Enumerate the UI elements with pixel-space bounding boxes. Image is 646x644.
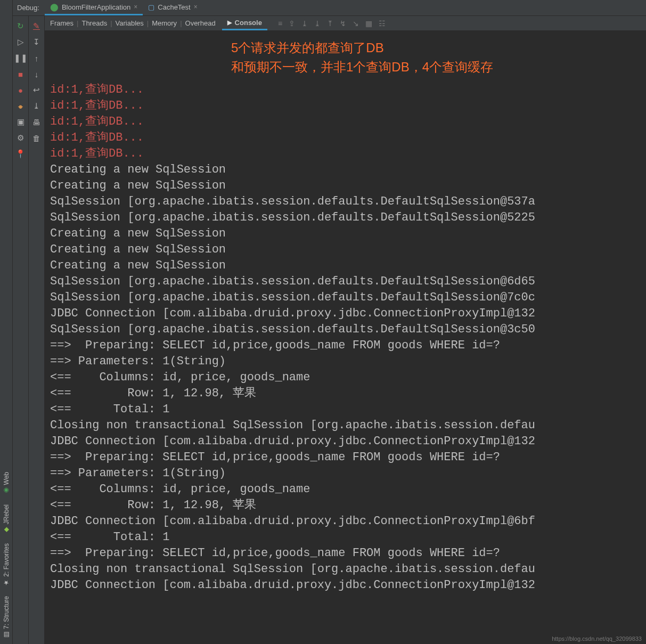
- rerun-icon[interactable]: ↻: [15, 20, 27, 32]
- jrebel-icon: ◆: [3, 526, 10, 534]
- console-line: Creating a new SqlSession: [50, 226, 646, 242]
- run-cursor-icon[interactable]: ↘: [353, 19, 359, 28]
- camera-icon[interactable]: ▣: [15, 116, 27, 128]
- console-tab-label: Console: [235, 19, 262, 27]
- scroll-down-icon[interactable]: ↧: [31, 36, 43, 48]
- more-icon[interactable]: ☷: [379, 19, 386, 28]
- console-line-error: id:1,查询DB...: [50, 130, 646, 146]
- step-over-icon[interactable]: ⇪: [289, 19, 295, 28]
- console-line-error: id:1,查询DB...: [50, 146, 646, 162]
- run-tab-cachetest[interactable]: ▢ CacheTest ×: [143, 0, 202, 15]
- debug-action-gutter: ↻ ▷ ❚❚ ■ ● ● ▣ ⚙ 📍: [13, 16, 29, 644]
- settings-icon[interactable]: ⚙: [15, 132, 27, 144]
- console-line: Creating a new SqlSession: [50, 162, 646, 178]
- crumb-overhead[interactable]: Overhead: [183, 19, 218, 27]
- test-icon: ▢: [148, 3, 154, 11]
- debug-sub-tabs: Frames| Threads| Variables| Memory| Over…: [45, 16, 646, 31]
- console-action-gutter: ✎ ↧ ↑ ↓ ↩ ⤓ 🖶 🗑: [29, 16, 45, 644]
- clear-icon[interactable]: ✎: [31, 20, 43, 32]
- console-line-error: id:1,查询DB...: [50, 114, 646, 130]
- globe-icon: ◉: [3, 487, 10, 495]
- console-line: SqlSession [org.apache.ibatis.session.de…: [50, 194, 646, 210]
- stop-icon[interactable]: ■: [15, 68, 27, 80]
- close-icon[interactable]: ×: [134, 3, 137, 11]
- watermark: https://blog.csdn.net/qq_32099833: [552, 635, 642, 642]
- console-line: <== Columns: id, price, goods_name: [50, 370, 646, 386]
- trash-icon[interactable]: 🗑: [31, 132, 43, 144]
- console-line: SqlSession [org.apache.ibatis.session.de…: [50, 290, 646, 306]
- console-line: JDBC Connection [com.alibaba.druid.proxy…: [50, 434, 646, 450]
- console-line: ==> Parameters: 1(String): [50, 354, 646, 370]
- crumb-threads[interactable]: Threads: [79, 19, 109, 27]
- console-tool-icons: ≡ ⇪ ⤓ ⤓ ⤒ ↯ ↘ ▦ ☷: [278, 19, 386, 28]
- side-tab-jrebel[interactable]: ◆ JRebel: [3, 501, 10, 537]
- force-step-icon[interactable]: ⤓: [314, 19, 321, 28]
- console-line-error: id:1,查询DB...: [50, 82, 646, 98]
- mute-bp-icon[interactable]: ●: [15, 100, 27, 112]
- run-tab-title: CacheTest: [158, 3, 190, 11]
- scroll-end-icon[interactable]: ⤓: [31, 100, 43, 112]
- crumb-frames[interactable]: Frames: [48, 19, 76, 27]
- console-line: Closing non transactional SqlSession [or…: [50, 561, 646, 577]
- console-output[interactable]: 5个请求并发的都查询了DB 和预期不一致，并非1个查询DB，4个查询缓存 id:…: [45, 31, 646, 644]
- console-tab[interactable]: ▶ Console: [222, 16, 267, 30]
- step-into-icon[interactable]: ⤓: [301, 19, 308, 28]
- console-line: Closing non transactional SqlSession [or…: [50, 418, 646, 434]
- soft-wrap-icon[interactable]: ↩: [31, 84, 43, 96]
- structure-icon: ▤: [3, 631, 10, 639]
- bug-icon: ⬤: [50, 3, 59, 11]
- resume-icon[interactable]: ▷: [15, 36, 27, 48]
- side-tab-structure-label: 7: Structure: [3, 596, 10, 629]
- filter-icon[interactable]: ≡: [278, 19, 282, 28]
- pin-icon[interactable]: 📍: [15, 148, 27, 160]
- console-line: Creating a new SqlSession: [50, 178, 646, 194]
- up-icon[interactable]: ↑: [31, 52, 43, 64]
- evaluate-icon[interactable]: ▦: [365, 19, 372, 28]
- run-tab-title: BloomFilterApplication: [62, 3, 130, 11]
- play-icon: ▶: [227, 19, 232, 26]
- console-line: ==> Preparing: SELECT id,price,goods_nam…: [50, 450, 646, 466]
- breakpoints-icon[interactable]: ●: [15, 84, 27, 96]
- console-line: <== Row: 1, 12.98, 苹果: [50, 386, 646, 402]
- console-line: ==> Parameters: 1(String): [50, 466, 646, 482]
- side-tab-structure[interactable]: ▤ 7: Structure: [3, 593, 10, 642]
- console-line: SqlSession [org.apache.ibatis.session.de…: [50, 274, 646, 290]
- crumb-memory[interactable]: Memory: [150, 19, 179, 27]
- print-icon[interactable]: 🖶: [31, 116, 43, 128]
- console-line: <== Row: 1, 12.98, 苹果: [50, 498, 646, 513]
- console-line: ==> Preparing: SELECT id,price,goods_nam…: [50, 338, 646, 354]
- crumb-variables[interactable]: Variables: [113, 19, 146, 27]
- console-line: <== Total: 1: [50, 529, 646, 545]
- drop-frame-icon[interactable]: ↯: [340, 19, 346, 28]
- side-tab-jrebel-label: JRebel: [3, 504, 10, 524]
- close-icon[interactable]: ×: [194, 3, 198, 11]
- star-icon: ★: [3, 579, 10, 586]
- console-line: JDBC Connection [com.alibaba.druid.proxy…: [50, 306, 646, 322]
- debug-label: Debug:: [16, 0, 45, 15]
- console-line: SqlSession [org.apache.ibatis.session.de…: [50, 322, 646, 338]
- down-icon[interactable]: ↓: [31, 68, 43, 80]
- console-line: <== Total: 1: [50, 402, 646, 418]
- side-tab-favorites-label: 2: Favorites: [3, 543, 10, 577]
- console-line: SqlSession [org.apache.ibatis.session.de…: [50, 210, 646, 226]
- console-line-error: id:1,查询DB...: [50, 98, 646, 114]
- step-out-icon[interactable]: ⤒: [327, 19, 333, 28]
- console-line: Creating a new SqlSession: [50, 258, 646, 274]
- side-tab-web-label: Web: [3, 472, 10, 485]
- side-tab-favorites[interactable]: ★ 2: Favorites: [3, 540, 10, 590]
- debug-tabbar: Debug: ⬤ BloomFilterApplication × ▢ Cach…: [13, 0, 646, 16]
- pause-icon[interactable]: ❚❚: [15, 52, 27, 64]
- console-line: ==> Preparing: SELECT id,price,goods_nam…: [50, 545, 646, 561]
- annotation-overlay: 5个请求并发的都查询了DB 和预期不一致，并非1个查询DB，4个查询缓存: [231, 38, 493, 77]
- run-tab-bloomfilter[interactable]: ⬤ BloomFilterApplication ×: [45, 0, 143, 15]
- console-line: Creating a new SqlSession: [50, 242, 646, 258]
- console-line: JDBC Connection [com.alibaba.druid.proxy…: [50, 513, 646, 529]
- console-line: JDBC Connection [com.alibaba.druid.proxy…: [50, 577, 646, 593]
- left-tool-strip: ◉ Web ◆ JRebel ★ 2: Favorites ▤ 7: Struc…: [0, 0, 13, 644]
- side-tab-web[interactable]: ◉ Web: [3, 469, 10, 498]
- console-line: <== Columns: id, price, goods_name: [50, 482, 646, 498]
